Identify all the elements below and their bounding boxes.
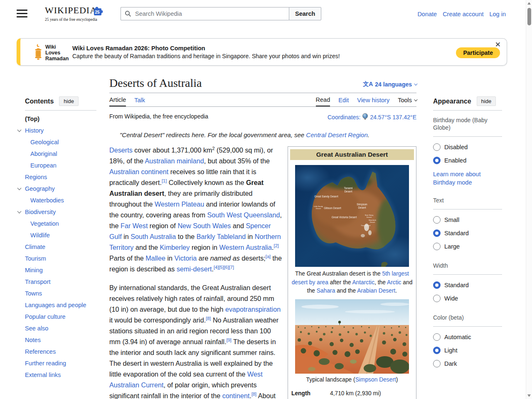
radio-option-standard[interactable]: Standard: [433, 229, 502, 237]
sidebar-item-regions[interactable]: Regions: [25, 174, 96, 180]
article-link[interactable]: Arctic: [387, 279, 401, 286]
article-link[interactable]: evapotranspiration: [225, 305, 281, 313]
languages-button[interactable]: 文A 24 languages: [363, 81, 416, 90]
sidebar-item-geological[interactable]: Geological: [25, 139, 96, 145]
chevron-down-icon[interactable]: [17, 128, 22, 132]
radio-option-dark[interactable]: Dark: [433, 360, 502, 367]
sidebar-item-external-links[interactable]: External links: [25, 372, 96, 378]
radio-button[interactable]: [433, 295, 441, 302]
sidebar-item-references[interactable]: References: [25, 348, 96, 355]
article-link[interactable]: Australian mainland: [145, 157, 204, 165]
radio-button[interactable]: [433, 243, 441, 250]
reference-link[interactable]: [8]: [251, 392, 256, 397]
sidebar-item-top[interactable]: (Top): [25, 116, 96, 122]
chevron-down-icon[interactable]: [17, 186, 22, 190]
radio-button[interactable]: [433, 157, 441, 164]
sidebar-item-wildlife[interactable]: Wildlife: [25, 232, 96, 239]
radio-option-enabled[interactable]: Enabled: [433, 157, 502, 164]
radio-option-small[interactable]: Small: [433, 216, 502, 224]
article-link[interactable]: Australian continent: [109, 168, 168, 175]
reference-link[interactable]: [2]: [274, 243, 279, 248]
article-link[interactable]: South Australia: [131, 233, 176, 240]
radio-button[interactable]: [433, 360, 441, 367]
sidebar-item-aboriginal[interactable]: Aboriginal: [25, 150, 96, 157]
radio-option-light[interactable]: Light: [433, 347, 502, 354]
article-link[interactable]: Far West: [121, 222, 148, 229]
sidebar-item-history[interactable]: History: [25, 127, 96, 134]
sidebar-item-towns[interactable]: Towns: [25, 290, 96, 297]
sidebar-item-climate[interactable]: Climate: [25, 244, 96, 250]
search-input[interactable]: [121, 7, 289, 20]
article-link[interactable]: Mallee: [145, 254, 165, 262]
tab-edit[interactable]: Edit: [338, 94, 349, 106]
search-button[interactable]: Search: [289, 7, 321, 20]
appearance-hide-button[interactable]: hide: [477, 96, 496, 106]
article-link[interactable]: semi-desert: [177, 265, 212, 273]
article-link[interactable]: Barkly Tableland: [197, 233, 246, 240]
article-link[interactable]: West Australian Current: [109, 370, 263, 389]
tab-article[interactable]: Article: [109, 94, 126, 106]
sidebar-item-languages-and-people[interactable]: Languages and people: [25, 302, 96, 308]
radio-option-disabled[interactable]: Disabled: [433, 143, 502, 151]
article-link[interactable]: Arabian Desert: [357, 288, 395, 294]
article-link[interactable]: continent: [222, 392, 250, 399]
article-link[interactable]: Kimberley: [160, 244, 190, 251]
chevron-down-icon[interactable]: [17, 209, 22, 214]
desert-landscape-photo[interactable]: [295, 299, 409, 374]
article-link[interactable]: New South Wales: [177, 222, 231, 229]
article-link[interactable]: Simpson Desert: [355, 377, 396, 383]
radio-option-standard[interactable]: Standard: [433, 281, 502, 289]
sidebar-item-popular-culture[interactable]: Popular culture: [25, 313, 96, 320]
article-link[interactable]: Sahara: [317, 288, 335, 294]
article-link[interactable]: Western Australia: [219, 244, 272, 251]
radio-button[interactable]: [433, 143, 441, 151]
reference-link[interactable]: [a]: [266, 254, 271, 259]
sidebar-item-transport[interactable]: Transport: [25, 278, 96, 285]
sidebar-item-european[interactable]: European: [25, 162, 96, 169]
contents-hide-button[interactable]: hide: [59, 96, 79, 106]
coordinates-value[interactable]: 24.57°S 137.42°E: [370, 114, 416, 121]
australia-satellite-map-image[interactable]: Great Sandy DesertTanamiDesertLittle San…: [295, 165, 409, 267]
radio-option-wide[interactable]: Wide: [433, 295, 502, 302]
sidebar-item-mining[interactable]: Mining: [25, 267, 96, 273]
sidebar-item-notes[interactable]: Notes: [25, 337, 96, 343]
sidebar-item-waterbodies[interactable]: Waterbodies: [25, 197, 96, 204]
sidebar-item-tourism[interactable]: Tourism: [25, 255, 96, 262]
radio-button[interactable]: [433, 281, 441, 289]
reference-link[interactable]: [1]: [162, 178, 167, 183]
tools-menu[interactable]: Tools: [398, 94, 416, 106]
birthday-mode-learn-more-link[interactable]: Learn more about Birthday mode: [433, 170, 487, 187]
reference-link[interactable]: [8]: [206, 316, 211, 321]
close-icon[interactable]: ✕: [493, 39, 502, 50]
radio-option-automatic[interactable]: Automatic: [433, 333, 502, 341]
article-link[interactable]: South West Queensland: [207, 211, 280, 219]
article-link[interactable]: Antarctic: [352, 279, 374, 286]
coordinates-link[interactable]: Coordinates:: [328, 114, 360, 121]
scroll-down-arrow[interactable]: [527, 394, 531, 397]
radio-button[interactable]: [433, 347, 441, 354]
reference-link[interactable]: [4][5][6][7]: [214, 265, 234, 270]
sidebar-item-geography[interactable]: Geography: [25, 185, 96, 192]
scroll-up-arrow[interactable]: [527, 2, 531, 5]
log-in-link[interactable]: Log in: [489, 11, 506, 17]
sidebar-item-see-also[interactable]: See also: [25, 325, 96, 332]
scrollbar-thumb[interactable]: [527, 8, 531, 25]
vertical-scrollbar[interactable]: [526, 0, 532, 399]
sidebar-item-biodiversity[interactable]: Biodiversity: [25, 209, 96, 215]
tab-talk[interactable]: Talk: [134, 94, 145, 106]
radio-option-large[interactable]: Large: [433, 243, 502, 250]
create-account-link[interactable]: Create account: [443, 11, 483, 17]
article-link[interactable]: Deserts: [109, 146, 133, 154]
sidebar-item-vegetation[interactable]: Vegetation: [25, 220, 96, 227]
article-link[interactable]: Western Plateau: [155, 200, 204, 208]
radio-button[interactable]: [433, 333, 441, 341]
donate-link[interactable]: Donate: [417, 11, 437, 17]
radio-button[interactable]: [433, 229, 441, 237]
sidebar-item-further-reading[interactable]: Further reading: [25, 360, 96, 367]
radio-button[interactable]: [433, 216, 441, 224]
reference-link[interactable]: [9]: [227, 337, 232, 342]
tab-view-history[interactable]: View history: [357, 94, 389, 106]
tab-read[interactable]: Read: [316, 94, 330, 106]
wikipedia-logo[interactable]: WIKIPEDIA 25 years of the free encyclope…: [45, 5, 103, 22]
article-link[interactable]: Victoria: [175, 254, 197, 262]
